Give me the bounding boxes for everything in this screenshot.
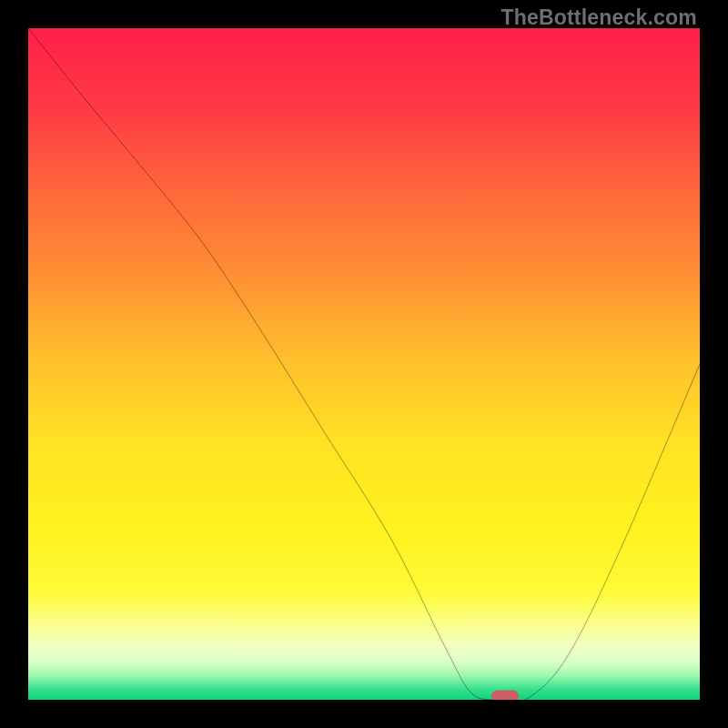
watermark-text: TheBottleneck.com [500,5,697,30]
optimal-marker [491,691,519,700]
chart-frame: TheBottleneck.com [0,0,728,728]
plot-area [28,28,700,700]
bottleneck-curve [28,28,700,700]
